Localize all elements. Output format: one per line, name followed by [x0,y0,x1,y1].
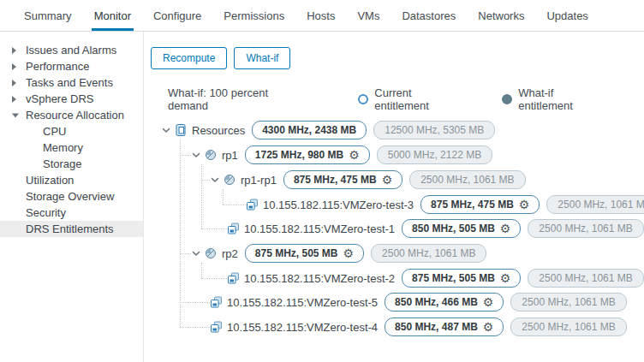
sidebar-item-label: vSphere DRS [26,92,93,105]
radio-current-entitlement[interactable]: Current entitlement [358,86,464,112]
radio-selected-icon[interactable] [502,94,512,104]
monitor-sidebar: Issues and Alarms Performance Tasks and … [0,32,144,362]
drs-entitlements-page: Summary Monitor Configure Permissions Ho… [0,0,644,362]
gear-icon[interactable]: ⚙ [483,321,494,333]
tree-row-label: 10.155.182.115:VMZero-test-2 [244,272,395,285]
entitlement-value-box[interactable]: 850 MHz, 505 MB ⚙ [402,219,521,238]
vm-icon [227,271,240,285]
entitlement-value: 875 MHz, 505 MB [412,272,495,284]
resource-pool-icon [205,148,218,162]
entitlement-value: 4300 MHz, 2438 MB [262,124,356,136]
tab-summary[interactable]: Summary [13,0,83,31]
gear-icon[interactable]: ⚙ [519,199,530,211]
capacity-value-box: 2500 MHz, 1061 MB [510,317,626,336]
tree-connector-line [180,139,181,327]
tree-row-rp2: rp2 875 MHz, 505 MB ⚙ 2500 MHz, 1061 MB [191,244,486,263]
sidebar-item-label: Tasks and Events [26,76,113,89]
vm-icon [227,222,240,235]
recompute-button[interactable]: Recompute [151,47,227,69]
capacity-value-box: 5000 MHz, 2122 MB [377,145,492,164]
host-icon [175,123,188,137]
sidebar-item-storage[interactable]: Storage [0,156,143,172]
entitlement-value: 875 MHz, 475 MB [431,199,514,211]
sidebar-item-label: Storage Overview [26,190,114,203]
sidebar-item-cpu[interactable]: CPU [0,123,143,139]
tree-row-vmzero-test-3: 10.155.182.115:VMZero-test-3 875 MHz, 47… [246,195,644,214]
gear-icon[interactable]: ⚙ [500,272,511,284]
sidebar-item-performance[interactable]: Performance [0,58,143,74]
tab-networks[interactable]: Networks [467,0,535,31]
sidebar-item-storage-overview[interactable]: Storage Overview [0,188,143,205]
sidebar-item-tasks-and-events[interactable]: Tasks and Events [0,74,143,91]
sidebar-item-utilization[interactable]: Utilization [0,172,143,188]
sidebar-item-label: Resource Allocation [26,109,124,122]
radio-unselected-icon[interactable] [358,94,368,104]
sidebar-item-resource-allocation[interactable]: Resource Allocation [0,107,143,123]
tree-row-label: 10.155.182.115:VMZero-test-5 [227,296,378,309]
tree-row-vmzero-test-2: 10.155.182.115:VMZero-test-2 875 MHz, 50… [227,269,644,288]
capacity-value-box: 2500 MHz, 1061 MB [510,293,626,312]
capacity-value-box: 2500 MHz, 1061 MB [546,195,644,214]
entitlement-value-box[interactable]: 1725 MHz, 980 MB ⚙ [245,145,370,164]
chevron-down-icon[interactable] [161,125,171,135]
capacity-value-box: 2500 MHz, 1061 MB [371,244,486,263]
resource-pool-icon [224,173,236,187]
entitlement-value: 875 MHz, 505 MB [255,247,338,259]
tab-vms[interactable]: VMs [346,0,391,31]
tab-updates[interactable]: Updates [535,0,599,31]
capacity-value-box: 2500 MHz, 1061 MB [528,219,643,238]
sidebar-item-memory[interactable]: Memory [0,139,143,156]
sidebar-item-issues-and-alarms[interactable]: Issues and Alarms [0,42,143,58]
chevron-down-icon[interactable] [191,150,201,160]
entitlement-value-box[interactable]: 875 MHz, 505 MB ⚙ [245,244,364,263]
entitlement-value-box[interactable]: 4300 MHz, 2438 MB [252,121,367,139]
tree-connector-line [201,164,202,228]
gear-icon[interactable]: ⚙ [343,247,355,259]
tab-hosts[interactable]: Hosts [295,0,346,31]
chevron-down-icon[interactable] [191,248,201,258]
radio-whatif-entitlement[interactable]: What-if entitlement [502,86,606,112]
tree-connector-line [201,228,227,229]
tree-row-vmzero-test-1: 10.155.182.115:VMZero-test-1 850 MHz, 50… [227,219,644,238]
gear-icon[interactable]: ⚙ [500,223,511,234]
caret-right-icon [12,63,16,70]
sidebar-item-security[interactable]: Security [0,205,143,221]
tree-row-label: 10.155.182.115:VMZero-test-4 [227,321,378,334]
entitlement-value-box[interactable]: 875 MHz, 475 MB ⚙ [283,170,402,189]
caret-right-icon [12,96,16,103]
tree-connector-line [201,278,227,279]
gear-icon[interactable]: ⚙ [382,174,393,186]
radio-label: What-if entitlement [518,86,606,112]
caret-right-icon [12,80,16,86]
tab-permissions[interactable]: Permissions [212,0,295,31]
sidebar-item-label: Storage [43,157,82,170]
sidebar-item-label: DRS Entitlements [26,223,114,235]
tree-row-vmzero-test-5: 10.155.182.115:VMZero-test-5 850 MHz, 46… [210,293,627,312]
whatif-controls: What-if: 100 percent demand Current enti… [168,86,644,112]
caret-right-icon [12,47,16,54]
entitlement-value-box[interactable]: 850 MHz, 466 MB ⚙ [385,293,504,312]
tree-row-label: rp2 [222,247,238,260]
tab-datastores[interactable]: Datastores [391,0,467,31]
tree-row-label: 10.155.182.115:VMZero-test-3 [263,199,414,211]
sidebar-item-vsphere-drs[interactable]: vSphere DRS [0,91,143,107]
capacity-value-box: 12500 MHz, 5305 MB [373,121,495,139]
whatif-button[interactable]: What-if [234,47,290,69]
capacity-value-box: 2500 MHz, 1061 MB [528,269,643,288]
tree-row-rp1-rp1: rp1-rp1 875 MHz, 475 MB ⚙ 2500 MHz, 1061… [210,170,526,189]
entitlement-value-box[interactable]: 875 MHz, 505 MB ⚙ [402,269,521,288]
entitlement-value-box[interactable]: 875 MHz, 475 MB ⚙ [420,195,540,214]
gear-icon[interactable]: ⚙ [483,296,494,308]
tree-row-label: rp1 [222,149,238,162]
entitlement-tree: Resources 4300 MHz, 2438 MB 12500 MHz, 5… [144,116,644,347]
tab-monitor[interactable]: Monitor [83,0,142,31]
tree-connector-line [223,205,246,205]
resource-pool-icon [205,246,218,260]
sidebar-item-drs-entitlements[interactable]: DRS Entitlements [0,221,143,237]
gear-icon[interactable]: ⚙ [349,149,360,161]
chevron-down-icon[interactable] [210,175,220,185]
sidebar-item-label: Issues and Alarms [26,44,116,56]
tab-configure[interactable]: Configure [142,0,212,31]
entitlement-value-box[interactable]: 850 MHz, 487 MB ⚙ [385,317,504,336]
tree-row-label: Resources [192,124,245,137]
